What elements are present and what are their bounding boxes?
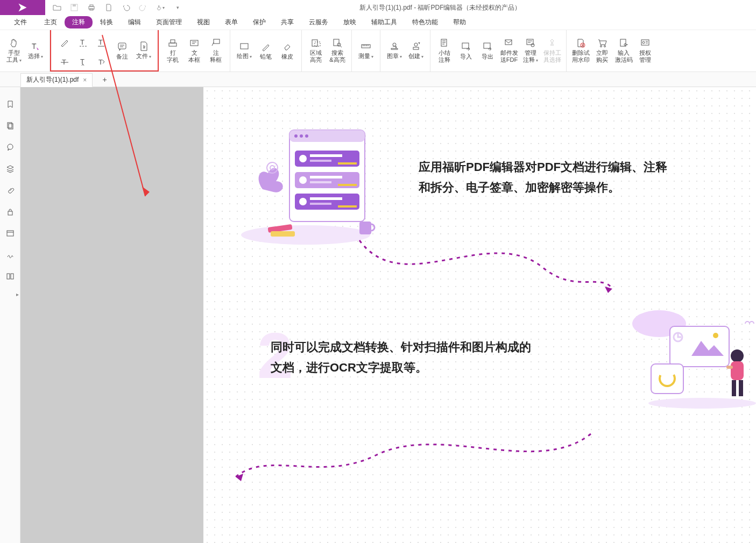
- select-tool-button[interactable]: T 选择: [25, 31, 46, 70]
- app-logo[interactable]: [0, 0, 45, 15]
- qat-dropdown-icon[interactable]: ▾: [173, 3, 182, 12]
- svg-rect-64: [310, 203, 331, 205]
- menu-home[interactable]: 主页: [37, 16, 65, 28]
- menu-file[interactable]: 文件: [4, 16, 37, 29]
- attachment-panel-icon[interactable]: [6, 186, 15, 195]
- annotation-tools-group: T T T T T 备注 文件: [50, 30, 159, 72]
- svg-point-30: [531, 44, 534, 47]
- stamp-button[interactable]: 图章: [384, 31, 405, 70]
- svg-rect-59: [310, 181, 331, 183]
- import-button[interactable]: 导入: [455, 31, 477, 70]
- svg-rect-19: [334, 39, 339, 46]
- pencil-button[interactable]: 铅笔: [255, 31, 277, 70]
- menu-view[interactable]: 视图: [189, 16, 217, 28]
- menu-edit[interactable]: 编辑: [121, 16, 149, 28]
- undo-icon[interactable]: [122, 3, 130, 12]
- dashed-connector-1: [327, 235, 623, 310]
- title-bar: ▾ ▾ 新人引导(1)(1).pdf - 福昕PDF编辑器（未经授权的产品）: [0, 0, 756, 15]
- svg-rect-44: [11, 274, 13, 279]
- textbox-button[interactable]: 文 本框: [183, 31, 205, 70]
- page-view[interactable]: 1 应用福昕PDF编辑器对PDF文档进行编辑、注释 和拆分、电子签章、加密解密等…: [203, 87, 756, 543]
- summary-button[interactable]: 小结 注释: [434, 31, 455, 70]
- quick-access-toolbar: ▾ ▾: [45, 3, 189, 12]
- expand-sidebar-icon[interactable]: ▸: [16, 291, 19, 297]
- note-icon: [117, 41, 128, 52]
- svg-rect-1: [73, 4, 76, 6]
- menu-page[interactable]: 页面管理: [149, 16, 189, 28]
- ruler-icon: [361, 41, 371, 52]
- redo-icon[interactable]: [139, 3, 147, 12]
- file-attach-button[interactable]: 文件: [133, 31, 154, 70]
- draw-button[interactable]: 绘图: [234, 31, 255, 70]
- area-highlight-button[interactable]: 区域 高亮: [305, 31, 327, 70]
- bookmark-icon[interactable]: [6, 100, 15, 109]
- measure-button[interactable]: 测量: [355, 31, 377, 70]
- buy-button[interactable]: 立即 购买: [591, 31, 613, 70]
- menu-accessibility[interactable]: 辅助工具: [364, 16, 405, 28]
- open-icon[interactable]: [53, 3, 61, 12]
- signature-icon[interactable]: [6, 251, 15, 259]
- tab-label: 新人引导(1)(1).pdf: [26, 75, 79, 84]
- svg-rect-41: [8, 211, 12, 215]
- menu-annotate[interactable]: 注释: [65, 16, 93, 28]
- document-tab[interactable]: 新人引导(1)(1).pdf ×: [20, 73, 93, 87]
- menu-share[interactable]: 共享: [273, 16, 301, 28]
- work-area: ▸: [0, 87, 756, 543]
- replace-text-button[interactable]: T: [93, 53, 109, 71]
- highlight-button[interactable]: [56, 33, 73, 52]
- menu-features[interactable]: 特色功能: [405, 16, 446, 28]
- comments-icon[interactable]: [6, 143, 15, 152]
- underline-button[interactable]: T: [93, 33, 109, 52]
- hand-tool-button[interactable]: 手型 工具: [3, 31, 25, 70]
- svg-rect-43: [7, 274, 10, 279]
- eraser-button[interactable]: 橡皮: [277, 31, 298, 70]
- window-title: 新人引导(1)(1).pdf - 福昕PDF编辑器（未经授权的产品）: [189, 3, 756, 12]
- area-highlight-icon: [310, 38, 321, 48]
- print-icon[interactable]: [87, 3, 96, 12]
- pages-icon[interactable]: [6, 122, 15, 130]
- svg-rect-63: [310, 197, 342, 200]
- step-1-text: 应用福昕PDF编辑器对PDF文档进行编辑、注释 和拆分、电子签章、加密解密等操作…: [419, 157, 667, 198]
- pin-icon: [547, 38, 557, 48]
- new-tab-button[interactable]: +: [102, 75, 107, 84]
- search-highlight-button[interactable]: 搜索 &高亮: [327, 31, 348, 70]
- typewriter-button[interactable]: 打 字机: [162, 31, 183, 70]
- insert-caret-button[interactable]: T: [75, 53, 91, 71]
- note-button[interactable]: 备注: [111, 31, 133, 70]
- manage-annot-button[interactable]: 管理 注释: [520, 31, 541, 70]
- page-icon[interactable]: [104, 3, 113, 12]
- underline-dashed-button[interactable]: T: [75, 33, 91, 52]
- email-fdf-button[interactable]: 邮件发 送FDF: [498, 31, 520, 70]
- menu-cloud[interactable]: 云服务: [301, 16, 336, 28]
- svg-rect-81: [732, 380, 736, 396]
- touch-icon[interactable]: ▾: [156, 3, 165, 12]
- activate-button[interactable]: 输入 激活码: [613, 31, 634, 70]
- save-icon[interactable]: [70, 3, 79, 12]
- create-button[interactable]: 创建: [405, 31, 427, 70]
- menu-protect[interactable]: 保护: [245, 16, 273, 28]
- menu-help[interactable]: 帮助: [446, 16, 474, 28]
- menu-form[interactable]: 表单: [217, 16, 245, 28]
- close-tab-icon[interactable]: ×: [83, 76, 87, 84]
- layers-icon[interactable]: [6, 165, 15, 173]
- key-icon: [618, 38, 629, 48]
- thumbnail-strip: [20, 87, 203, 543]
- export-icon: [482, 41, 493, 52]
- svg-point-40: [8, 144, 13, 149]
- svg-rect-24: [413, 47, 419, 49]
- keep-tool-button[interactable]: 保持工 具选择: [541, 31, 563, 70]
- strikethrough-button[interactable]: T: [56, 53, 73, 71]
- textbox-icon: [189, 38, 200, 48]
- svg-rect-14: [190, 40, 198, 46]
- menu-convert[interactable]: 转换: [93, 16, 121, 28]
- fields-icon[interactable]: [6, 229, 15, 238]
- stamp-icon: [389, 41, 400, 52]
- export-button[interactable]: 导出: [477, 31, 498, 70]
- license-button[interactable]: 授权 管理: [634, 31, 656, 70]
- callout-button[interactable]: 注 释框: [205, 31, 227, 70]
- security-icon[interactable]: [6, 208, 15, 216]
- svg-rect-26: [462, 43, 469, 48]
- delete-trial-button[interactable]: 删除试 用水印: [570, 31, 591, 70]
- compare-icon[interactable]: [6, 272, 15, 281]
- menu-slideshow[interactable]: 放映: [336, 16, 364, 28]
